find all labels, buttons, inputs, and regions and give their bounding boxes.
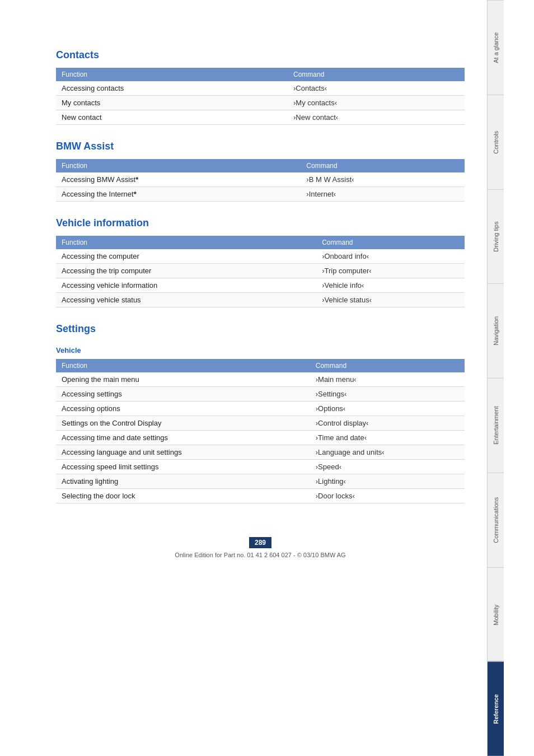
- sidebar-tab-communications[interactable]: Communications: [488, 473, 504, 567]
- bmw-assist-heading: BMW Assist: [56, 141, 465, 152]
- command-cell: ›Language and units‹: [310, 445, 465, 460]
- settings-col1-header: Function: [56, 359, 310, 372]
- table-row: Activating lighting›Lighting‹: [56, 474, 465, 489]
- settings-col2-header: Command: [310, 359, 465, 372]
- function-cell: Accessing options: [56, 402, 310, 416]
- function-cell: Accessing vehicle status: [56, 293, 316, 307]
- function-cell: My contacts: [56, 96, 288, 110]
- table-row: Accessing contacts›Contacts‹: [56, 81, 465, 96]
- command-cell: ›Internet‹: [301, 187, 465, 202]
- table-row: Accessing settings›Settings‹: [56, 387, 465, 402]
- command-cell: ›Onboard info‹: [316, 249, 465, 264]
- sidebar-tab-controls[interactable]: Controls: [488, 95, 504, 189]
- function-cell: Selecting the door lock: [56, 489, 310, 503]
- table-row: Accessing language and unit settings›Lan…: [56, 445, 465, 460]
- bmw-assist-section: BMW Assist Function Command Accessing BM…: [56, 141, 465, 202]
- function-cell: Accessing language and unit settings: [56, 445, 310, 460]
- footer: 289 Online Edition for Part no. 01 41 2 …: [56, 537, 465, 570]
- function-cell: Accessing BMW Assist*: [56, 172, 301, 187]
- table-row: Selecting the door lock›Door locks‹: [56, 489, 465, 503]
- function-cell: Accessing settings: [56, 387, 310, 402]
- command-cell: ›Vehicle status‹: [316, 293, 465, 307]
- sidebar-tab-driving-tips[interactable]: Driving tips: [488, 189, 504, 284]
- command-cell: ›Trip computer‹: [316, 264, 465, 278]
- command-cell: ›Main menu‹: [310, 372, 465, 387]
- sidebar-tabs: At a glanceControlsDriving tipsNavigatio…: [487, 0, 504, 756]
- command-cell: ›My contacts‹: [288, 96, 465, 110]
- command-cell: ›Lighting‹: [310, 474, 465, 489]
- function-cell: Accessing the Internet*: [56, 187, 301, 202]
- bmw-assist-col2-header: Command: [301, 159, 465, 172]
- contacts-col1-header: Function: [56, 68, 288, 81]
- function-cell: Accessing the computer: [56, 249, 316, 264]
- sidebar-tab-entertainment[interactable]: Entertainment: [488, 378, 504, 473]
- contacts-col2-header: Command: [288, 68, 465, 81]
- function-cell: Settings on the Control Display: [56, 416, 310, 431]
- command-cell: ›Control display‹: [310, 416, 465, 431]
- table-row: New contact›New contact‹: [56, 110, 465, 125]
- vehicle-info-col1-header: Function: [56, 236, 316, 249]
- table-row: Accessing vehicle status›Vehicle status‹: [56, 293, 465, 307]
- vehicle-subheading: Vehicle: [56, 346, 465, 354]
- main-content: Contacts Function Command Accessing cont…: [0, 0, 487, 756]
- sidebar-tab-navigation[interactable]: Navigation: [488, 283, 504, 378]
- contacts-section: Contacts Function Command Accessing cont…: [56, 49, 465, 125]
- contacts-table: Function Command Accessing contacts›Cont…: [56, 68, 465, 125]
- command-cell: ›Contacts‹: [288, 81, 465, 96]
- table-row: Accessing the Internet*›Internet‹: [56, 187, 465, 202]
- asterisk: *: [135, 175, 138, 184]
- page-number-bar: 289: [249, 537, 271, 548]
- vehicle-info-col2-header: Command: [316, 236, 465, 249]
- function-cell: New contact: [56, 110, 288, 125]
- command-cell: ›B M W Assist‹: [301, 172, 465, 187]
- vehicle-information-table: Function Command Accessing the computer›…: [56, 236, 465, 307]
- table-row: Accessing BMW Assist*›B M W Assist‹: [56, 172, 465, 187]
- function-cell: Accessing speed limit settings: [56, 460, 310, 474]
- settings-vehicle-table: Function Command Opening the main menu›M…: [56, 359, 465, 503]
- settings-heading: Settings: [56, 323, 465, 335]
- sidebar-tab-reference[interactable]: Reference: [488, 661, 504, 756]
- footer-text: Online Edition for Part no. 01 41 2 604 …: [56, 552, 465, 558]
- sidebar-tab-mobility[interactable]: Mobility: [488, 567, 504, 662]
- command-cell: ›Settings‹: [310, 387, 465, 402]
- command-cell: ›Door locks‹: [310, 489, 465, 503]
- table-row: Settings on the Control Display›Control …: [56, 416, 465, 431]
- table-row: Accessing the computer›Onboard info‹: [56, 249, 465, 264]
- command-cell: ›Time and date‹: [310, 431, 465, 445]
- function-cell: Accessing vehicle information: [56, 278, 316, 293]
- vehicle-information-heading: Vehicle information: [56, 217, 465, 229]
- command-cell: ›Options‹: [310, 402, 465, 416]
- contacts-heading: Contacts: [56, 49, 465, 61]
- bmw-assist-table: Function Command Accessing BMW Assist*›B…: [56, 159, 465, 202]
- table-row: Accessing speed limit settings›Speed‹: [56, 460, 465, 474]
- page-number: 289: [255, 539, 266, 547]
- command-cell: ›New contact‹: [288, 110, 465, 125]
- asterisk: *: [134, 190, 137, 198]
- table-row: My contacts›My contacts‹: [56, 96, 465, 110]
- page-wrapper: Contacts Function Command Accessing cont…: [0, 0, 534, 756]
- function-cell: Opening the main menu: [56, 372, 310, 387]
- function-cell: Accessing contacts: [56, 81, 288, 96]
- function-cell: Accessing the trip computer: [56, 264, 316, 278]
- settings-section: Settings Vehicle Function Command Openin…: [56, 323, 465, 503]
- command-cell: ›Speed‹: [310, 460, 465, 474]
- function-cell: Activating lighting: [56, 474, 310, 489]
- table-row: Accessing options›Options‹: [56, 402, 465, 416]
- bmw-assist-col1-header: Function: [56, 159, 301, 172]
- table-row: Accessing the trip computer›Trip compute…: [56, 264, 465, 278]
- function-cell: Accessing time and date settings: [56, 431, 310, 445]
- table-row: Accessing vehicle information›Vehicle in…: [56, 278, 465, 293]
- table-row: Opening the main menu›Main menu‹: [56, 372, 465, 387]
- table-row: Accessing time and date settings›Time an…: [56, 431, 465, 445]
- vehicle-information-section: Vehicle information Function Command Acc…: [56, 217, 465, 307]
- command-cell: ›Vehicle info‹: [316, 278, 465, 293]
- sidebar-tab-at-a-glance[interactable]: At a glance: [488, 0, 504, 95]
